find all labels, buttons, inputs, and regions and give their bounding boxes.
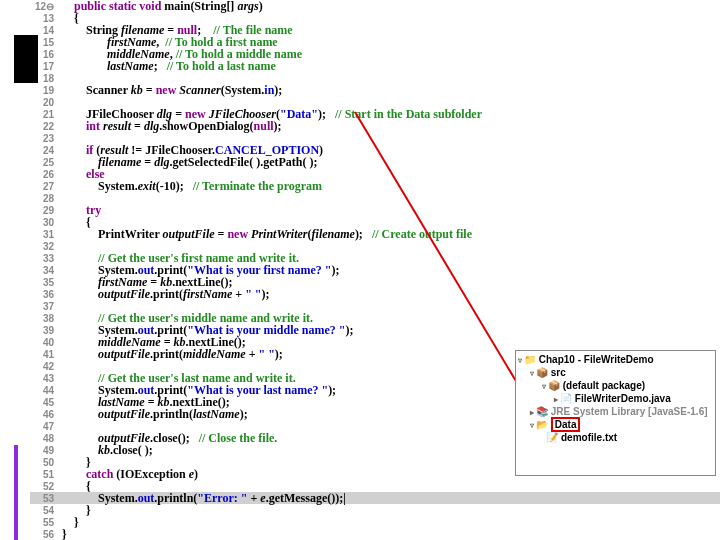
code-line[interactable]: 55 } bbox=[30, 516, 720, 528]
code-line[interactable]: 29 try bbox=[30, 204, 720, 216]
code-line[interactable]: 53 System.out.println("Error: " + e.getM… bbox=[30, 492, 720, 504]
code-line[interactable]: 31 PrintWriter outputFile = new PrintWri… bbox=[30, 228, 720, 240]
code-line[interactable]: 12⊖ public static void main(String[] arg… bbox=[30, 0, 720, 12]
tree-item[interactable]: 📝 demofile.txt bbox=[518, 431, 713, 444]
tree-item[interactable]: ▸📚 JRE System Library [JavaSE-1.6] bbox=[518, 405, 713, 418]
code-line[interactable]: 36 outputFile.print(firstName + " "); bbox=[30, 288, 720, 300]
tree-item[interactable]: ▿📁 Chap10 - FileWriteDemo bbox=[518, 353, 713, 366]
code-line[interactable]: 28 bbox=[30, 192, 720, 204]
tree-item[interactable]: ▸📄 FileWriterDemo.java bbox=[518, 392, 713, 405]
code-line[interactable]: 54 } bbox=[30, 504, 720, 516]
code-line[interactable]: 17 lastName; // To hold a last name bbox=[30, 60, 720, 72]
code-line[interactable]: 56} bbox=[30, 528, 720, 540]
code-line[interactable]: 25 filename = dlg.getSelectedFile( ).get… bbox=[30, 156, 720, 168]
code-line[interactable]: 19 Scanner kb = new Scanner(System.in); bbox=[30, 84, 720, 96]
code-line[interactable]: 22 int result = dlg.showOpenDialog(null)… bbox=[30, 120, 720, 132]
tree-item[interactable]: ▿📦 (default package) bbox=[518, 379, 713, 392]
left-color-stripes bbox=[14, 445, 22, 540]
tree-item[interactable]: ▿📂 Data bbox=[518, 418, 713, 431]
package-explorer[interactable]: ▿📁 Chap10 - FileWriteDemo▿📦 src▿📦 (defau… bbox=[515, 350, 716, 476]
tree-item[interactable]: ▿📦 src bbox=[518, 366, 713, 379]
code-line[interactable]: 27 System.exit(-10); // Terminate the pr… bbox=[30, 180, 720, 192]
